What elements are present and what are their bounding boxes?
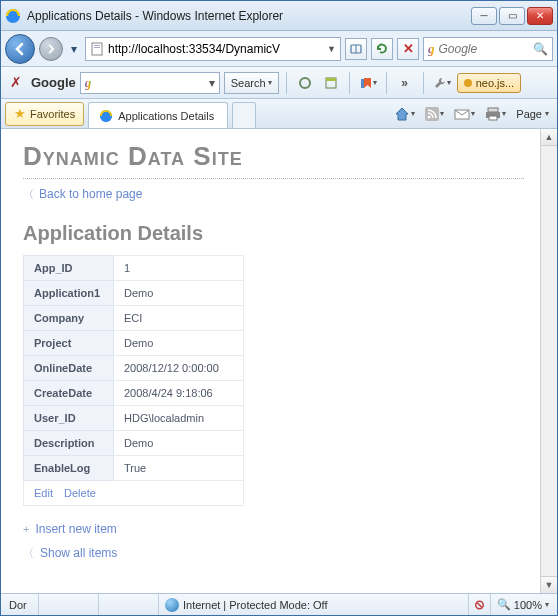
stop-button[interactable]: ✕ [397,38,419,60]
compat-view-button[interactable] [345,38,367,60]
maximize-button[interactable]: ▭ [499,7,525,25]
svg-rect-2 [94,45,100,46]
details-table: App_ID1Application1DemoCompanyECIProject… [23,255,244,506]
search-box[interactable]: g 🔍 [423,37,553,61]
svg-rect-6 [326,78,336,81]
window-title: Applications Details - Windows Internet … [27,9,471,23]
insert-new-item-link[interactable]: +Insert new item [23,522,524,536]
table-row: DescriptionDemo [24,431,244,456]
page-icon [90,42,104,56]
svg-rect-7 [361,79,364,88]
print-button[interactable]: ▾ [481,103,510,125]
toolbar-close-button[interactable]: ✗ [5,72,27,94]
status-left: Dor [3,594,39,615]
feeds-button[interactable]: ▾ [421,103,448,125]
table-row: App_ID1 [24,256,244,281]
google-toolbar-label: Google [31,75,76,90]
field-label: CreateDate [24,381,114,406]
neo-addon-button[interactable]: neo.js... [457,73,522,93]
security-zone[interactable]: Internet | Protected Mode: Off [159,594,469,615]
field-label: User_ID [24,406,114,431]
forward-button[interactable] [39,37,63,61]
svg-rect-12 [488,108,498,112]
field-label: EnableLog [24,456,114,481]
nav-toolbar: ▾ ▼ ✕ g 🔍 [1,31,557,67]
page-menu-button[interactable]: Page▾ [512,103,553,125]
home-button[interactable]: ▾ [390,103,419,125]
address-bar[interactable]: ▼ [85,37,341,61]
google-toolbar: ✗ Google g ▾ Search▾ ▾ » ▾ neo.js... [1,67,557,99]
field-value: Demo [114,331,244,356]
chevron-left-icon: 〈 [23,188,34,200]
chevron-left-icon: 〈 [23,547,34,559]
google-g-icon: g [428,41,435,57]
toolbar-search-button[interactable]: Search▾ [224,72,279,94]
scroll-down-button[interactable]: ▼ [541,576,557,593]
field-label: Application1 [24,281,114,306]
plus-icon: + [23,523,29,535]
back-to-home-link[interactable]: 〈Back to home page [23,187,524,202]
close-button[interactable]: ✕ [527,7,553,25]
toolbar-o-button[interactable] [294,72,316,94]
new-tab-button[interactable] [232,102,256,128]
table-row: Application1Demo [24,281,244,306]
ie-icon [5,8,21,24]
svg-point-10 [428,115,431,118]
status-bar: Dor Internet | Protected Mode: Off 🔍 100… [1,593,557,615]
page-content: Dynamic Data Site 〈Back to home page App… [1,129,540,593]
field-value: 1 [114,256,244,281]
table-row: CreateDate2008/4/24 9:18:06 [24,381,244,406]
section-title: Application Details [23,222,524,245]
address-input[interactable] [108,42,323,56]
field-label: Project [24,331,114,356]
protected-mode-icon[interactable] [469,594,491,615]
zoom-icon: 🔍 [497,598,511,611]
show-all-items-link[interactable]: 〈Show all items [23,546,524,561]
minimize-button[interactable]: ─ [471,7,497,25]
field-value: HDG\localadmin [114,406,244,431]
table-row: EnableLogTrue [24,456,244,481]
scroll-up-button[interactable]: ▲ [541,129,557,146]
field-value: ECI [114,306,244,331]
refresh-button[interactable] [371,38,393,60]
google-g-icon: g [85,75,92,91]
svg-rect-1 [92,43,102,55]
field-label: Description [24,431,114,456]
svg-rect-14 [489,116,497,120]
dropdown-icon[interactable]: ▾ [209,76,215,90]
neo-dot-icon [464,79,472,87]
star-icon: ★ [14,106,26,121]
search-input[interactable] [439,42,530,56]
ie-icon [99,109,113,123]
table-row: CompanyECI [24,306,244,331]
table-row: ProjectDemo [24,331,244,356]
favorites-button[interactable]: ★ Favorites [5,102,84,126]
field-value: 2008/12/12 0:00:00 [114,356,244,381]
table-row: User_IDHDG\localadmin [24,406,244,431]
site-title: Dynamic Data Site [23,141,524,172]
zoom-control[interactable]: 🔍 100% ▾ [491,598,555,611]
toolbar-window-button[interactable] [320,72,342,94]
google-toolbar-searchbox[interactable]: g ▾ [80,72,220,94]
toolbar-wrench-button[interactable]: ▾ [431,72,453,94]
field-value: 2008/4/24 9:18:06 [114,381,244,406]
nav-history-dropdown[interactable]: ▾ [67,35,81,63]
globe-icon [165,598,179,612]
field-label: App_ID [24,256,114,281]
field-label: Company [24,306,114,331]
tab-applications-details[interactable]: Applications Details [88,102,228,128]
edit-link[interactable]: Edit [34,487,53,499]
read-mail-button[interactable]: ▾ [450,103,479,125]
vertical-scrollbar[interactable]: ▲ ▼ [540,129,557,593]
field-value: Demo [114,281,244,306]
toolbar-bookmark-button[interactable]: ▾ [357,72,379,94]
window-titlebar: Applications Details - Windows Internet … [1,1,557,31]
address-dropdown-icon[interactable]: ▼ [327,44,336,54]
back-button[interactable] [5,34,35,64]
field-value: True [114,456,244,481]
tabs-command-bar: ★ Favorites Applications Details ▾ ▾ ▾ ▾… [1,99,557,129]
toolbar-more-button[interactable]: » [394,72,416,94]
tab-label: Applications Details [118,110,214,122]
delete-link[interactable]: Delete [64,487,96,499]
search-go-icon[interactable]: 🔍 [533,42,548,56]
